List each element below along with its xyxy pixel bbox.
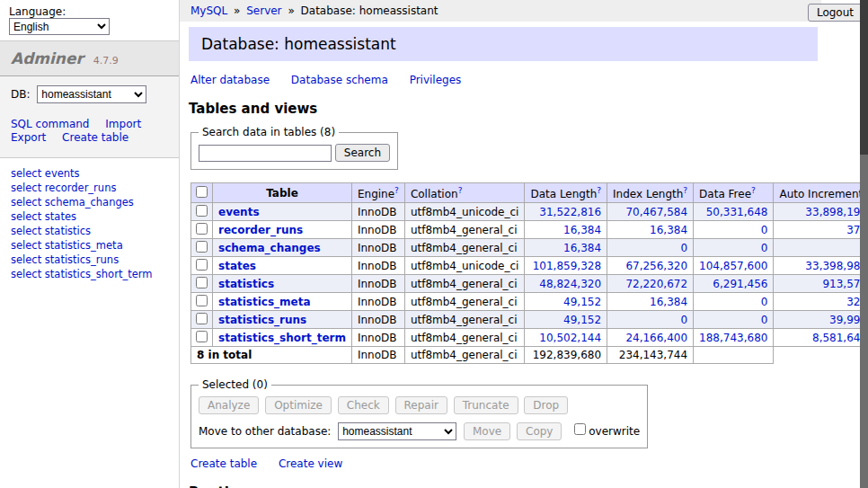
table-link[interactable]: statistics_meta xyxy=(218,296,311,308)
auto-increment-link[interactable]: 33,398,984 xyxy=(805,260,867,272)
help-icon[interactable]: ? xyxy=(394,186,399,195)
data-length-link[interactable]: 31,522,816 xyxy=(539,206,601,218)
app-name[interactable]: Adminer xyxy=(11,49,84,67)
move-database-select[interactable]: homeassistant xyxy=(338,422,456,440)
create-view-link[interactable]: Create view xyxy=(279,457,342,470)
repair-button[interactable]: Repair xyxy=(395,396,447,414)
optimize-button[interactable]: Optimize xyxy=(265,396,332,414)
privileges-link[interactable]: Privileges xyxy=(410,74,462,86)
data-length-link[interactable]: 10,502,144 xyxy=(539,332,601,344)
table-name-link[interactable]: states xyxy=(45,210,76,223)
routines-heading: Routines xyxy=(189,484,818,488)
select-link[interactable]: select xyxy=(11,253,41,266)
help-icon[interactable]: ? xyxy=(458,186,463,195)
row-checkbox[interactable] xyxy=(196,313,208,324)
db-select[interactable]: homeassistant xyxy=(37,85,146,103)
data-free-link[interactable]: 6,291,456 xyxy=(713,278,767,290)
data-length-link[interactable]: 49,152 xyxy=(563,314,601,326)
sidebar-link-import[interactable]: Import xyxy=(105,118,141,130)
select-link[interactable]: select xyxy=(11,239,41,252)
sidebar-link-sql-command[interactable]: SQL command xyxy=(11,118,89,130)
select-link[interactable]: select xyxy=(11,225,41,237)
data-free-link[interactable]: 0 xyxy=(761,242,768,254)
index-length-link[interactable]: 16,384 xyxy=(650,224,687,236)
data-free-link[interactable]: 0 xyxy=(761,314,768,326)
index-length-link[interactable]: 70,467,584 xyxy=(625,206,687,218)
help-icon[interactable]: ? xyxy=(597,186,601,195)
row-checkbox[interactable] xyxy=(196,241,208,253)
table-name-link[interactable]: events xyxy=(45,167,80,180)
data-free-link[interactable]: 50,331,648 xyxy=(706,206,768,218)
search-input[interactable] xyxy=(199,145,332,162)
data-length-link[interactable]: 16,384 xyxy=(563,224,601,236)
search-button[interactable]: Search xyxy=(335,144,390,162)
row-checkbox[interactable] xyxy=(196,295,208,306)
column-label: Engine xyxy=(358,188,394,200)
data-length-link[interactable]: 48,824,320 xyxy=(539,278,601,290)
table-link[interactable]: statistics_short_term xyxy=(218,332,346,344)
index-length-link[interactable]: 0 xyxy=(680,242,687,254)
row-checkbox[interactable] xyxy=(196,331,208,342)
data-length-link[interactable]: 16,384 xyxy=(563,242,601,254)
auto-increment-link[interactable]: 8,581,645 xyxy=(812,332,867,344)
app-version: 4.7.9 xyxy=(93,55,119,67)
index-length-link[interactable]: 0 xyxy=(680,314,687,326)
table-link[interactable]: statistics_runs xyxy=(218,314,306,326)
drop-button[interactable]: Drop xyxy=(524,396,568,414)
alter-database-link[interactable]: Alter database xyxy=(190,74,270,86)
database-schema-link[interactable]: Database schema xyxy=(291,74,388,86)
data-free-link[interactable]: 0 xyxy=(761,296,768,308)
row-checkbox[interactable] xyxy=(196,259,208,271)
table-name-link[interactable]: statistics xyxy=(45,225,91,237)
logout-button[interactable]: Logout xyxy=(808,4,863,22)
table-link[interactable]: states xyxy=(218,260,256,272)
table-name-link[interactable]: statistics_meta xyxy=(45,239,123,252)
row-checkbox[interactable] xyxy=(196,205,208,217)
select-all-checkbox[interactable] xyxy=(196,186,208,198)
table-link[interactable]: events xyxy=(218,206,260,218)
table-name-link[interactable]: statistics_short_term xyxy=(45,268,153,280)
data-length-link[interactable]: 49,152 xyxy=(563,296,601,308)
auto-increment-link[interactable]: 33,898,196 xyxy=(805,206,867,218)
move-button[interactable]: Move xyxy=(464,422,510,440)
breadcrumb-system-link[interactable]: MySQL xyxy=(190,4,227,17)
help-icon[interactable]: ? xyxy=(751,186,756,195)
select-link[interactable]: select xyxy=(11,196,41,209)
table-link[interactable]: recorder_runs xyxy=(218,224,303,236)
collation-cell: utf8mb4_unicode_ci xyxy=(404,203,525,221)
create-table-link[interactable]: Create table xyxy=(190,457,257,470)
search-fieldset: Search data in tables (8) Search xyxy=(190,126,398,170)
data-free-link[interactable]: 0 xyxy=(761,224,768,236)
scrollbar-thumb[interactable] xyxy=(860,0,868,155)
select-link[interactable]: select xyxy=(11,182,41,194)
overwrite-checkbox[interactable] xyxy=(574,423,586,435)
table-name-link[interactable]: statistics_runs xyxy=(45,253,119,266)
table-link[interactable]: statistics xyxy=(218,278,274,290)
truncate-button[interactable]: Truncate xyxy=(454,396,518,414)
select-link[interactable]: select xyxy=(11,167,41,180)
index-length-link[interactable]: 16,384 xyxy=(650,296,687,308)
sidebar-link-create-table[interactable]: Create table xyxy=(62,131,128,144)
row-checkbox[interactable] xyxy=(196,223,208,235)
breadcrumb-server-link[interactable]: Server xyxy=(246,4,281,17)
table-link[interactable]: schema_changes xyxy=(218,242,321,254)
copy-button[interactable]: Copy xyxy=(517,422,562,440)
index-length-link[interactable]: 24,166,400 xyxy=(625,332,687,344)
data-free-link[interactable]: 104,857,600 xyxy=(699,260,767,272)
row-checkbox[interactable] xyxy=(196,277,208,288)
table-name-link[interactable]: schema_changes xyxy=(45,196,134,209)
create-links: Create table Create view xyxy=(190,457,818,470)
analyze-button[interactable]: Analyze xyxy=(199,396,259,414)
sidebar-link-export[interactable]: Export xyxy=(11,131,46,144)
vertical-scrollbar[interactable] xyxy=(860,0,868,488)
select-link[interactable]: select xyxy=(11,210,41,223)
data-free-link[interactable]: 188,743,680 xyxy=(699,332,767,344)
select-link[interactable]: select xyxy=(11,268,41,280)
data-length-link[interactable]: 101,859,328 xyxy=(533,260,601,272)
table-name-link[interactable]: recorder_runs xyxy=(45,182,117,194)
help-icon[interactable]: ? xyxy=(683,186,687,195)
language-select[interactable]: English xyxy=(9,18,110,35)
check-button[interactable]: Check xyxy=(338,396,389,414)
index-length-link[interactable]: 67,256,320 xyxy=(625,260,687,272)
index-length-link[interactable]: 72,220,672 xyxy=(625,278,687,290)
